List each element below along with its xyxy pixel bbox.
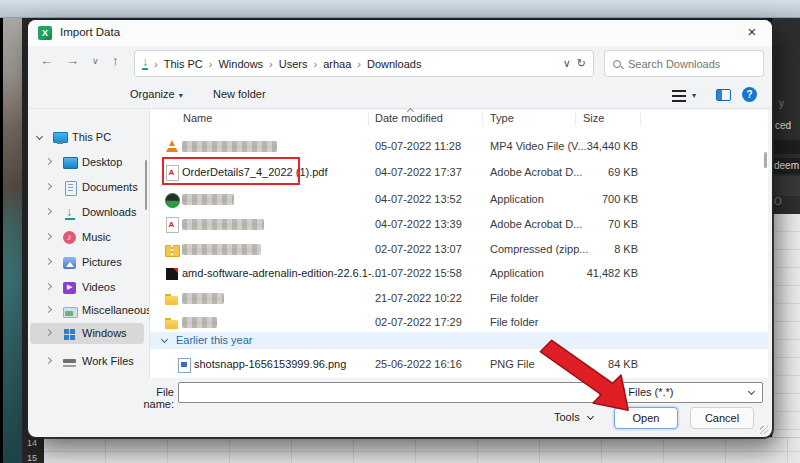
chevron-right-icon[interactable] [45, 258, 52, 265]
search-box[interactable]: Search Downloads [604, 50, 764, 77]
chevron-right-icon[interactable] [45, 208, 52, 215]
sidebar-scrollbar[interactable] [145, 160, 147, 210]
group-label: Earlier this year [176, 334, 252, 346]
videos-icon [62, 280, 78, 296]
back-button[interactable]: ← [40, 53, 53, 68]
breadcrumb-windows[interactable]: Windows [218, 58, 263, 70]
excel-text-fragment: y [779, 98, 784, 109]
file-size: 8 KB [548, 243, 638, 255]
column-header-name[interactable]: Name [183, 112, 212, 124]
file-type-dropdown[interactable]: All Files (*.*) [606, 382, 763, 403]
chevron-right-icon[interactable] [45, 306, 52, 313]
sidebar-item-downloads[interactable]: Downloads [30, 202, 144, 223]
sidebar-item-label: Work Files [82, 355, 134, 367]
close-icon[interactable]: × [740, 22, 764, 43]
up-button[interactable]: ↑ [112, 53, 119, 68]
file-row[interactable]: shotsnapp-1656153999.96.png25-06-2022 16… [150, 354, 768, 376]
sidebar-item-label: Windows [82, 327, 127, 339]
excel-app-icon: X [38, 26, 52, 40]
sidebar-item-miscellaneous[interactable]: Miscellaneous [30, 300, 144, 321]
redacted-file-name [182, 219, 264, 230]
file-size: 69 KB [548, 166, 638, 178]
file-row[interactable]: 04-07-2022 13:52Application700 KB [150, 189, 768, 211]
pictures-icon [62, 255, 78, 271]
sidebar-item-documents[interactable]: Documents [30, 177, 144, 198]
sidebar-item-this-pc[interactable]: This PC [30, 127, 144, 148]
view-options-chevron-icon[interactable]: ▾ [692, 91, 696, 100]
file-date-modified: 25-06-2022 16:16 [375, 358, 462, 370]
tools-chevron-icon[interactable] [587, 413, 594, 420]
breadcrumb-downloads[interactable]: Downloads [367, 58, 421, 70]
toolbar-separator [28, 108, 772, 109]
breadcrumb-this-pc[interactable]: This PC [164, 58, 203, 70]
breadcrumb-arhaa[interactable]: arhaa [323, 58, 351, 70]
chevron-down-icon[interactable] [36, 133, 43, 140]
chevron-right-icon[interactable] [45, 357, 52, 364]
file-type: File folder [490, 316, 538, 328]
excel-text-fragment: deem r [774, 160, 800, 171]
address-dropdown-chevron-icon[interactable]: ∨ [563, 57, 571, 70]
group-header-earlier-this-year[interactable]: Earlier this year [150, 332, 768, 349]
sidebar-item-work-files[interactable]: Work Files [30, 351, 144, 372]
chevron-right-icon[interactable] [45, 158, 52, 165]
sidebar-item-pictures[interactable]: Pictures [30, 252, 144, 273]
column-header-type[interactable]: Type [490, 112, 514, 124]
sidebar-item-desktop[interactable]: Desktop [30, 152, 144, 173]
chevron-right-icon[interactable] [45, 183, 52, 190]
group-collapse-chevron-icon [161, 336, 168, 343]
chevron-right-icon[interactable] [45, 233, 52, 240]
file-row[interactable]: 02-07-2022 17:29File folder [150, 312, 768, 334]
sidebar-item-music[interactable]: Music [30, 227, 144, 248]
windows-icon [62, 326, 78, 342]
resize-grip[interactable] [760, 426, 768, 434]
chevron-right-icon[interactable] [45, 283, 52, 290]
thispc-icon [52, 130, 68, 146]
cancel-button[interactable]: Cancel [690, 407, 754, 429]
annotation-red-box [162, 157, 300, 185]
sidebar-item-label: Videos [82, 281, 115, 293]
sidebar-item-label: Documents [82, 181, 138, 193]
organize-label: Organize [130, 88, 175, 100]
tools-menu[interactable]: Tools [554, 411, 580, 423]
excel-top-band [0, 0, 800, 18]
file-size: 700 KB [548, 193, 638, 205]
zip-file-icon [164, 242, 180, 258]
sidebar-item-videos[interactable]: Videos [30, 277, 144, 298]
refresh-icon[interactable]: ↻ [577, 57, 586, 70]
file-name-label: File name: [127, 386, 174, 410]
redacted-file-name [182, 244, 261, 255]
help-icon[interactable]: ? [742, 87, 757, 102]
file-name: shotsnapp-1656153999.96.png [194, 358, 346, 370]
file-row[interactable]: amd-software-adrenalin-edition-22.6.1-..… [150, 263, 768, 285]
file-row[interactable]: 04-07-2022 13:39Adobe Acrobat D...70 KB [150, 214, 768, 236]
excel-grid-right [772, 214, 800, 463]
file-name-input[interactable] [178, 382, 600, 403]
chevron-right-icon[interactable] [45, 329, 52, 336]
column-header-size[interactable]: Size [583, 112, 604, 124]
forward-button[interactable]: → [66, 53, 79, 68]
sidebar-item-windows[interactable]: Windows [30, 323, 144, 344]
sidebar-item-label: Miscellaneous [82, 304, 152, 316]
desktop-wallpaper [0, 18, 24, 463]
organize-menu[interactable]: Organize▾ [130, 88, 183, 100]
new-folder-button[interactable]: New folder [213, 88, 266, 100]
breadcrumb-users[interactable]: Users [279, 58, 308, 70]
png-file-icon [176, 357, 192, 373]
view-details-icon[interactable] [672, 90, 686, 102]
file-row[interactable]: 21-07-2022 10:22File folder [150, 288, 768, 310]
misc-icon [62, 303, 78, 319]
file-date-modified: 04-07-2022 13:39 [375, 218, 462, 230]
app-file-icon [164, 192, 180, 208]
file-type: Application [490, 267, 544, 279]
breadcrumb-separator-icon [314, 58, 318, 70]
redacted-file-name [182, 194, 234, 205]
file-date-modified: 01-07-2022 15:58 [375, 267, 462, 279]
excel-row-number: 14 [27, 438, 37, 448]
file-row[interactable]: 02-07-2022 13:07Compressed (zipp...8 KB [150, 239, 768, 261]
redacted-file-name [182, 293, 224, 304]
address-bar[interactable]: ↓ This PC Windows Users arhaa Downloads … [134, 50, 594, 77]
preview-pane-icon[interactable] [716, 89, 731, 101]
recent-locations-chevron-icon[interactable]: ∨ [92, 56, 99, 66]
file-row[interactable]: 05-07-2022 11:28MP4 Video File (V...34,4… [150, 136, 768, 158]
open-button[interactable]: Open [614, 407, 678, 429]
